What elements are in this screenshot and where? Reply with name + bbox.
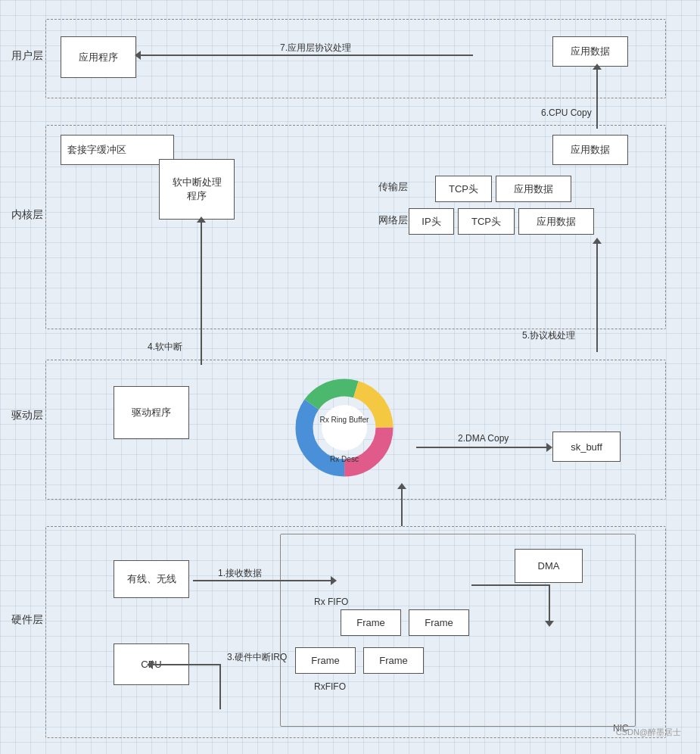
user-layer-label: 用户层 [11,49,43,63]
watermark-text: CSDN@醉墨居士 [616,727,681,738]
rxdesc-up-head [397,483,406,489]
transport-layer-label: 传输层 [378,180,408,194]
app-data-user-box: 应用数据 [552,36,628,67]
driver-program-box: 驱动程序 [114,386,189,439]
arrow6-line [596,68,598,129]
app-program-box: 应用程序 [61,36,136,78]
arrow5-line [596,242,598,352]
diagram-container: 用户层 内核层 驱动层 硬件层 应用程序 应用数据 套接字缓冲区 应用数据 传输… [45,8,685,742]
socket-buffer-box: 套接字缓冲区 [61,135,174,165]
driver-layer-label: 驱动层 [11,409,43,422]
arrow6-label: 6.CPU Copy [541,107,592,118]
arrow7-line [140,55,473,56]
nic-box [280,534,636,727]
hardware-layer-label: 硬件层 [11,613,43,627]
dma-arrow-head [545,621,554,627]
tcp-head-transport-box: TCP头 [435,176,492,202]
svg-text:Rx Ring Buffer: Rx Ring Buffer [320,416,370,424]
arrow1-line [193,580,333,581]
rxdesc-up-line [401,487,403,526]
arrow5-head [593,238,602,244]
arrow7-head [135,51,141,60]
tcp-head-network-box: TCP头 [458,208,515,235]
arrow4-label: 4.软中断 [148,341,182,354]
dma-arrow-v [549,584,550,622]
app-data-transport-box: 应用数据 [496,176,571,202]
arrow4-head [197,217,206,223]
arrow3-line-v [219,664,221,709]
arrow1-label: 1.接收数据 [218,567,262,580]
soft-interrupt-box: 软中断处理 程序 [159,159,235,220]
arrow3-head [147,660,153,669]
arrow2-line [416,447,549,448]
wired-wireless-box: 有线、无线 [114,560,189,598]
sk-buff-box: sk_buff [552,432,621,462]
arrow5-label: 5.协议栈处理 [522,329,575,342]
arrow3-label: 3.硬件中断IRQ [227,651,287,664]
dma-h-line [471,584,549,586]
network-layer-label: 网络层 [378,213,408,227]
ip-head-box: IP头 [409,208,454,235]
arrow6-head [593,64,602,70]
app-data-socket-box: 应用数据 [552,135,628,165]
arrow1-head [331,576,337,585]
app-data-network-box: 应用数据 [518,208,594,235]
arrow4-line [201,221,202,365]
svg-text:Rx Desc: Rx Desc [330,455,359,463]
donut-chart: Rx Ring Buffer Rx Desc [288,371,401,484]
arrow2-head [546,443,552,452]
arrow2-label: 2.DMA Copy [458,433,509,444]
arrow3-line-h [151,664,219,665]
kernel-layer-label: 内核层 [11,208,43,222]
svg-point-4 [322,405,367,450]
arrow7-label: 7.应用层协议处理 [280,42,351,55]
